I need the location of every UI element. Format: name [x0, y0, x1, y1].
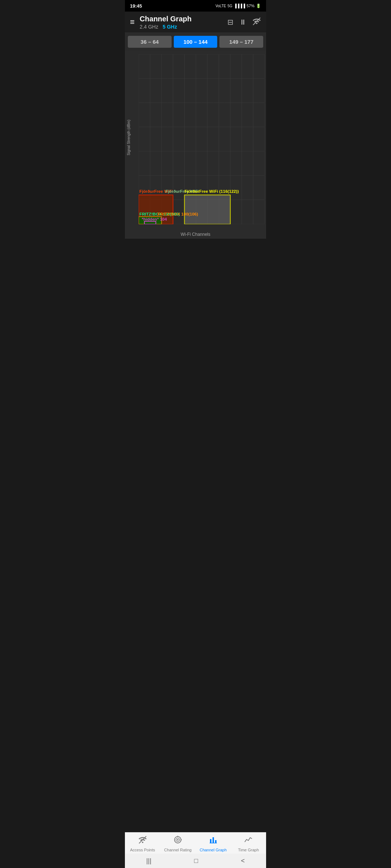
status-bar: 19:45 VoLTE 5G ▐▐▐▐ 57% 🔋	[125, 0, 266, 12]
status-icons: VoLTE 5G ▐▐▐▐ 57% 🔋	[215, 4, 261, 8]
signal-bars-icon: ▐▐▐▐	[234, 4, 245, 8]
header: ≡ Channel Graph 2.4 GHz 5 GHz ⊟ ⏸	[125, 12, 266, 33]
header-title-group: Channel Graph 2.4 GHz 5 GHz	[140, 14, 192, 30]
channel-tab-149-177[interactable]: 149 – 177	[219, 36, 263, 48]
frequency-subtitle: 2.4 GHz 5 GHz	[140, 24, 192, 30]
wifi-signal-icon[interactable]	[252, 17, 261, 27]
channel-tabs: 36 – 64 100 – 144 149 – 177	[125, 33, 266, 51]
pause-icon[interactable]: ⏸	[239, 18, 247, 26]
header-actions: ⊟ ⏸	[227, 17, 261, 27]
freq-24ghz[interactable]: 2.4 GHz	[140, 24, 158, 30]
menu-icon[interactable]: ≡	[130, 17, 135, 27]
battery-icon: 57%	[247, 4, 255, 8]
y-axis-label: Signal Strength (dBm)	[127, 120, 131, 155]
signal-5g-icon: 5G	[227, 4, 232, 8]
status-time: 19:45	[130, 3, 142, 9]
label-fjordur-2: FjörðurFree WiFi (116(122))	[185, 189, 239, 193]
page-title: Channel Graph	[140, 14, 192, 23]
label-fritz-2: FRITZ!BOX 100(106)	[158, 212, 198, 216]
network-bar-fjordur-2	[185, 195, 231, 224]
x-axis-label: Wi-Fi Channels	[181, 232, 210, 237]
filter-icon[interactable]: ⊟	[227, 18, 234, 26]
battery-shape-icon: 🔋	[256, 4, 261, 8]
chart-area: Signal Strength (dBm) -20 -30 -40 -50 -6…	[125, 51, 266, 239]
label-hidden: *hidden* 104	[142, 217, 167, 221]
channel-tab-36-64[interactable]: 36 – 64	[128, 36, 172, 48]
freq-5ghz[interactable]: 5 GHz	[163, 24, 177, 30]
channel-tab-100-144[interactable]: 100 – 144	[174, 36, 218, 48]
channel-chart-svg: -20 -30 -40 -50 -60 -70 -80 -90	[139, 54, 265, 224]
volte-icon: VoLTE	[215, 4, 226, 8]
header-left: ≡ Channel Graph 2.4 GHz 5 GHz	[130, 14, 192, 30]
